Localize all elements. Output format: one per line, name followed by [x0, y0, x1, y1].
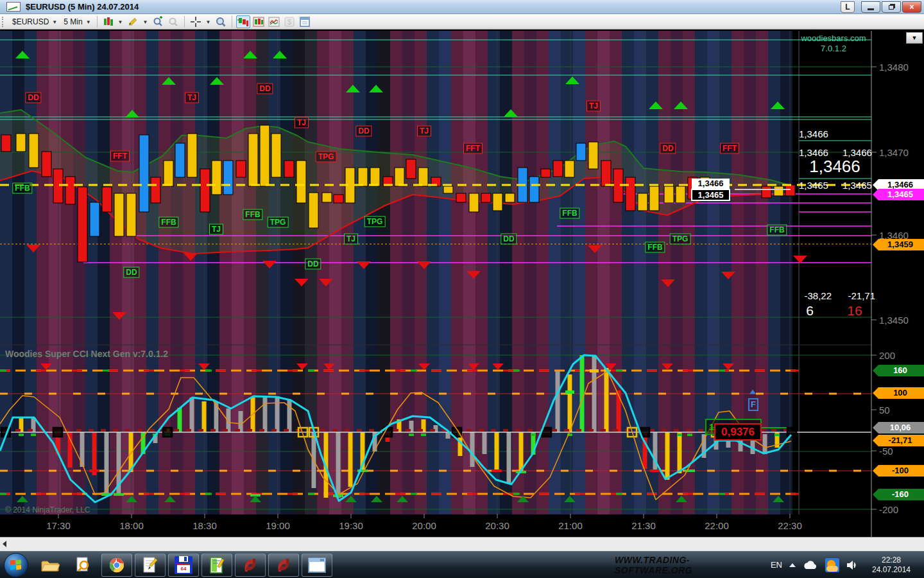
- candle-bar: [588, 142, 598, 169]
- cci-zero-dash: [113, 429, 118, 432]
- title-bar[interactable]: $EURUSD (5 Min) 24.07.2014 L ×: [0, 0, 924, 14]
- cci-histogram-bar: [92, 432, 97, 475]
- dollar-icon[interactable]: $: [282, 15, 296, 28]
- weather-tray-icon[interactable]: [825, 558, 839, 572]
- instrument-dropdown-icon[interactable]: ▼: [52, 19, 57, 25]
- cci-zero-dash: [686, 429, 691, 432]
- background-stripe: [256, 31, 268, 514]
- cci-histogram-bar: [751, 434, 755, 454]
- candle-bar: [664, 186, 674, 203]
- chart-scrollbar[interactable]: [0, 537, 924, 551]
- candle-bar: [212, 161, 221, 195]
- chart-style-icon[interactable]: [101, 15, 116, 28]
- cci-zero-dash: [186, 429, 191, 432]
- scroll-left-arrow-icon[interactable]: [3, 541, 6, 547]
- toolbar-separator: [97, 16, 98, 28]
- background-stripe: [610, 31, 622, 514]
- properties-panel-icon[interactable]: [298, 15, 312, 28]
- chart-window-icon: [6, 2, 21, 12]
- interval-dropdown-icon[interactable]: ▼: [86, 19, 91, 25]
- cci-histogram-bar: [263, 396, 268, 432]
- close-button[interactable]: ×: [902, 1, 921, 13]
- restore-button[interactable]: [882, 1, 901, 13]
- window-title: $EURUSD (5 Min) 24.07.2014: [26, 2, 139, 12]
- candle-bar: [164, 161, 173, 186]
- language-indicator[interactable]: EN: [771, 560, 782, 570]
- cci-zero-dash: [247, 429, 252, 432]
- candle-bar: [565, 161, 574, 177]
- volume-icon[interactable]: [846, 559, 858, 571]
- candle-bar: [638, 193, 647, 211]
- zoom-in-icon[interactable]: [151, 15, 165, 28]
- window-frame-icon: [307, 557, 327, 574]
- instrument-selector[interactable]: $EURUSD: [12, 17, 49, 26]
- taskbar-save-button[interactable]: 64: [168, 554, 199, 577]
- background-stripe: [195, 31, 207, 514]
- bar-type-selected-icon[interactable]: [236, 15, 250, 28]
- minimize-icon: [868, 8, 874, 10]
- show-hidden-icons-icon[interactable]: [789, 563, 796, 567]
- candle-bar: [576, 143, 586, 161]
- bars-panel-icon[interactable]: [252, 15, 266, 28]
- taskbar-explorer-button[interactable]: [35, 554, 65, 577]
- background-stripe: [439, 31, 451, 514]
- chart-panel-dropdown-button[interactable]: ▼: [906, 32, 923, 44]
- cci-zero-dash: [406, 429, 411, 432]
- green-notepad-icon: [208, 556, 226, 574]
- taskbar-ninjatrader-button[interactable]: [268, 554, 299, 577]
- onedrive-cloud-icon[interactable]: [803, 560, 818, 570]
- taskbar-ninjatrader-button[interactable]: [235, 554, 266, 577]
- drawing-tools-dropdown-icon[interactable]: ▼: [142, 19, 148, 25]
- start-button[interactable]: [4, 553, 28, 577]
- taskbar-notepad-button[interactable]: [135, 554, 166, 577]
- floppy-disk-icon: 64: [175, 556, 193, 574]
- cci-histogram-bar: [568, 374, 572, 432]
- crosshair-dropdown-icon[interactable]: ▼: [205, 19, 210, 25]
- crosshair-icon[interactable]: [189, 15, 203, 28]
- background-stripe: [24, 31, 37, 514]
- toolbar-grip[interactable]: [2, 17, 4, 27]
- cci-histogram-bar: [604, 368, 609, 432]
- background-stripe: [561, 31, 573, 514]
- zoom-out-icon[interactable]: [166, 15, 180, 28]
- candle-bar: [248, 134, 258, 186]
- data-box-icon[interactable]: [214, 15, 228, 28]
- svg-text:$: $: [287, 18, 291, 26]
- cci-histogram-bar: [519, 432, 524, 472]
- background-stripe: [780, 31, 792, 514]
- candle-bar: [676, 186, 685, 203]
- chart-plot-area[interactable]: [0, 0, 924, 551]
- taskbar-window-button[interactable]: [302, 554, 332, 577]
- cci-zero-dash-green: [31, 434, 36, 436]
- candle-bar: [78, 187, 87, 262]
- cci-zero-dash: [125, 429, 130, 432]
- cci-level-dash-red: [89, 469, 99, 472]
- candle-bar: [139, 135, 149, 212]
- lock-button[interactable]: L: [841, 1, 855, 13]
- background-stripe: [549, 31, 561, 514]
- candle-bar: [114, 193, 124, 236]
- taskbar-editor-button[interactable]: [201, 554, 232, 577]
- line-chart-icon[interactable]: [267, 15, 281, 28]
- background-stripe: [219, 31, 232, 514]
- cci-zero-dash: [735, 429, 740, 432]
- taskbar-search-button[interactable]: [68, 554, 99, 577]
- candle-bar: [649, 186, 659, 211]
- candle-bar: [626, 177, 635, 211]
- chart-style-dropdown-icon[interactable]: ▼: [118, 19, 123, 25]
- taskbar-chrome-button[interactable]: [101, 554, 132, 577]
- taskbar-clock[interactable]: 22:28 24.07.2014: [865, 556, 918, 575]
- minimize-button[interactable]: [861, 1, 880, 13]
- cci-histogram-bar: [617, 390, 621, 432]
- brand-watermark: WWW.TRADING-SOFTWARE.ORG: [615, 552, 753, 578]
- candle-bar: [29, 134, 38, 168]
- ninjatrader-window: woodiesbars.com 7.0.1.2 1,3466 1,3466 1,…: [0, 0, 924, 578]
- drawing-tools-icon[interactable]: [126, 15, 140, 28]
- candle-bar: [1, 135, 11, 152]
- candle-bar: [284, 161, 294, 177]
- interval-selector[interactable]: 5 Min: [64, 17, 82, 26]
- background-stripe: [427, 31, 439, 514]
- cci-histogram-bar: [348, 432, 353, 487]
- candle-bar: [102, 187, 112, 212]
- candle-bar: [493, 193, 502, 211]
